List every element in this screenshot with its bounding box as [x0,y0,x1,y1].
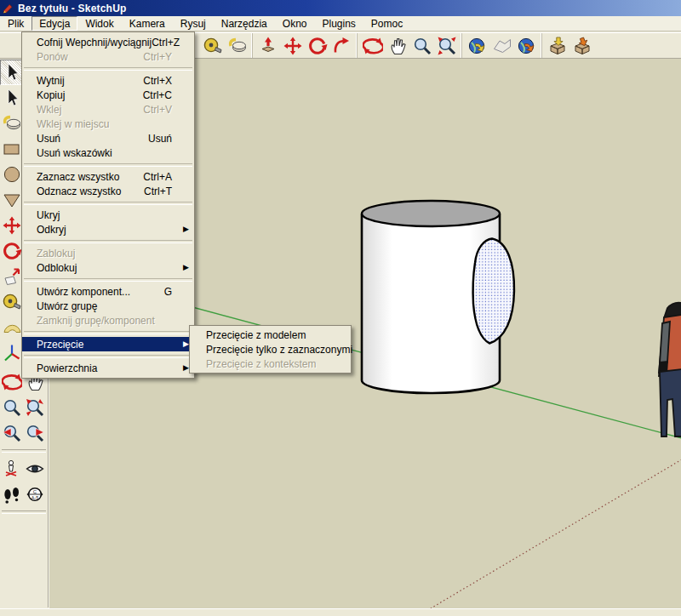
menu-item-zamknij-grupę-komponent: Zamknij grupę/komponent [22,313,194,328]
toolbar-group [541,33,597,58]
move-button[interactable] [0,213,23,238]
menubar-item-pomoc[interactable]: Pomoc [363,16,410,31]
menu-item-przecięcie-tylko-z-zaznaczonymi[interactable]: Przecięcie tylko z zaznaczonymi [190,342,351,356]
menu-item-kopiuj[interactable]: KopiujCtrl+C [22,88,194,102]
menu-item-odkryj[interactable]: Odkryj▶ [22,222,194,237]
zoom-next-button[interactable] [23,420,46,446]
tape-measure-button[interactable] [0,289,23,315]
menubar-item-edycja[interactable]: Edycja [31,16,77,31]
zoom-extents-button[interactable] [434,34,459,57]
cylinder-top-face[interactable] [362,201,500,226]
rotate-button[interactable] [305,34,329,57]
circle-tool-button[interactable] [0,162,23,187]
share-models-button[interactable] [569,34,594,57]
menu-item-odblokuj[interactable]: Odblokuj▶ [22,260,194,275]
follow-me-icon [332,36,352,56]
menu-item-zaznacz-wszystko[interactable]: Zaznacz wszystkoCtrl+A [22,169,194,184]
get-models-button[interactable] [545,34,569,57]
menu-item-ukryj[interactable]: Ukryj [22,208,194,222]
menu-item-shortcut: Ctrl+Z [152,37,197,48]
move-button[interactable] [280,34,305,57]
move-icon [2,215,22,236]
follow-me-button[interactable] [329,34,354,57]
orbit-button[interactable] [0,369,23,395]
look-around-button[interactable] [23,456,46,482]
rotate-button[interactable] [0,238,23,264]
arrow-tool-icon [2,88,22,108]
zoom-previous-button[interactable] [0,420,23,446]
zoom-window-icon [25,397,45,418]
orbit-icon [363,36,383,56]
menu-item-label: Odblokuj [37,262,77,274]
pan-button[interactable] [385,34,409,57]
menubar-item-rysuj[interactable]: Rysuj [173,16,214,31]
cylinder-model[interactable] [362,201,514,393]
orbit-icon [2,372,22,392]
push-pull-button[interactable] [255,34,280,57]
menu-item-label: Zamknij grupę/komponent [37,315,155,327]
paint-bucket-button[interactable] [0,111,23,136]
menu-item-powierzchnia[interactable]: Powierzchnia▶ [22,361,194,375]
menu-item-usuń[interactable]: UsuńUsuń [22,131,194,145]
menubar-item-okno[interactable]: Okno [275,16,315,31]
arrow-tool-button[interactable] [0,85,23,111]
menu-item-shortcut: Ctrl+T [144,185,189,197]
rectangle-tool-button[interactable] [0,136,23,162]
place-model-button[interactable] [514,34,539,57]
tape-measure-button[interactable] [200,34,225,57]
menubar-item-plik[interactable]: Plik [0,16,31,31]
menubar-item-narzędzia[interactable]: Narzędzia [214,16,275,31]
zoom-button[interactable] [0,395,23,420]
menu-item-label: Odkryj [37,224,66,236]
share-models-icon [572,36,592,56]
tape-measure-icon [2,292,22,312]
paint-bucket-button[interactable] [225,34,249,57]
look-around-icon [25,459,45,479]
menu-item-wklej: WklejCtrl+V [22,102,194,117]
menu-item-label: Zablokuj [37,248,75,260]
rotate-icon [2,241,22,261]
zoom-button[interactable] [409,34,434,57]
menu-item-cofnij-wepchnij-wyciągnij[interactable]: Cofnij Wepchnij/wyciągnijCtrl+Z [22,35,194,49]
position-camera-icon [2,459,22,479]
section-marker-button[interactable]: CA-5 [23,482,46,507]
left-toolbar-row [0,420,48,446]
axes-button[interactable] [0,340,23,366]
toggle-terrain-button[interactable] [489,34,514,57]
toolbar-group [461,33,541,58]
menu-item-utwórz-grupę[interactable]: Utwórz grupę [22,299,194,313]
zoom-extents-icon [437,36,457,56]
toolbar-divider [2,449,46,453]
menubar-item-widok[interactable]: Widok [77,16,121,31]
menu-item-przecięcie[interactable]: Przecięcie▶ [22,337,194,351]
zoom-window-button[interactable] [23,395,46,420]
selected-handle-face[interactable] [473,239,514,344]
menubar-item-plugins[interactable]: Plugins [314,16,363,31]
edit-menu-dropdown: Cofnij Wepchnij/wyciągnijCtrl+ZPonówCtrl… [21,31,195,379]
przeciecie-submenu: Przecięcie z modelemPrzecięcie tylko z z… [189,325,352,374]
scale-figure[interactable] [659,303,681,436]
menu-item-odznacz-wszystko[interactable]: Odznacz wszystkoCtrl+T [22,184,194,198]
menubar-item-kamera[interactable]: Kamera [122,16,173,31]
menu-item-label: Utwórz grupę [37,300,97,312]
get-current-view-icon [467,36,488,56]
select-button[interactable] [0,60,23,85]
menu-item-utwórz-komponent-[interactable]: Utwórz komponent...G [22,284,194,299]
menu-item-label: Ukryj [37,209,60,221]
protractor-button[interactable] [0,315,23,340]
toolbar-group [197,33,252,58]
toggle-terrain-icon [492,36,512,56]
orbit-button[interactable] [360,34,385,57]
polygon-tool-button[interactable] [0,187,23,213]
select-icon [2,62,22,83]
walk-button[interactable] [0,482,23,507]
scale-button[interactable] [0,264,23,289]
menu-item-label: Usuń wskazówki [37,147,112,159]
get-current-view-button[interactable] [465,34,489,57]
menu-item-wytnij[interactable]: WytnijCtrl+X [22,73,194,88]
menu-item-label: Kopiuj [37,89,65,101]
menu-item-usuń-wskazówki[interactable]: Usuń wskazówki [22,145,194,160]
position-camera-button[interactable] [0,456,23,482]
menu-item-przecięcie-z-modelem[interactable]: Przecięcie z modelem [190,328,351,342]
protractor-icon [2,317,22,338]
